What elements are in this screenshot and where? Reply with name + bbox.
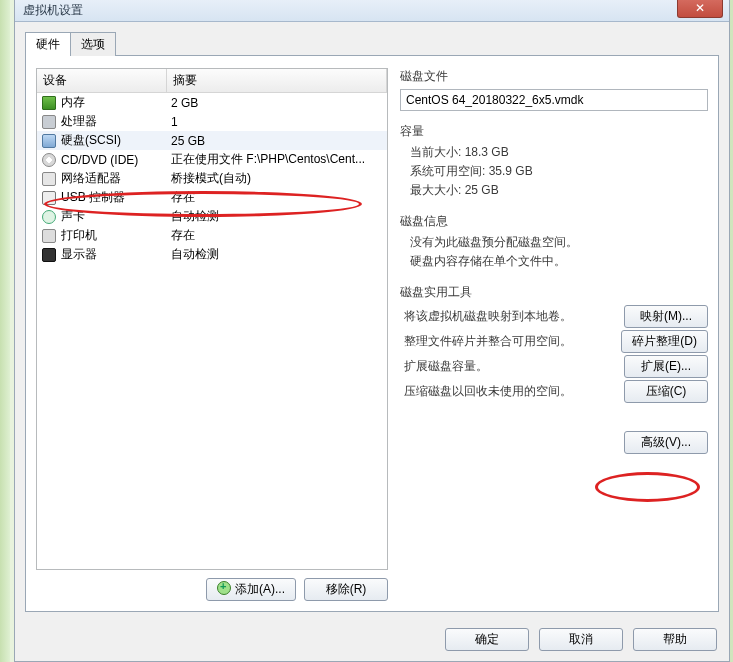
tool-row-expand: 扩展磁盘容量。 扩展(E)... (404, 355, 708, 378)
device-name-cell: 声卡 (61, 208, 171, 225)
group-disk-info: 磁盘信息 没有为此磁盘预分配磁盘空间。 硬盘内容存储在单个文件中。 (400, 213, 708, 272)
device-name-cell: 显示器 (61, 246, 171, 263)
device-icon (41, 190, 57, 206)
device-list[interactable]: 设备 摘要 内存2 GB处理器1硬盘(SCSI)25 GBCD/DVD (IDE… (36, 68, 388, 570)
disk-info-line1: 没有为此磁盘预分配磁盘空间。 (410, 234, 708, 251)
device-name-cell: 内存 (61, 94, 171, 111)
device-icon (41, 114, 57, 130)
titlebar: 虚拟机设置 ✕ (15, 0, 729, 22)
add-device-button[interactable]: 添加(A)... (206, 578, 296, 601)
tab-options[interactable]: 选项 (70, 32, 116, 56)
device-summary-cell: 正在使用文件 F:\PHP\Centos\Cent... (171, 151, 387, 168)
add-icon (217, 581, 231, 595)
compact-button[interactable]: 压缩(C) (624, 380, 708, 403)
tool-desc-expand: 扩展磁盘容量。 (404, 358, 624, 375)
tool-row-compact: 压缩磁盘以回收未使用的空间。 压缩(C) (404, 380, 708, 403)
device-icon (41, 152, 57, 168)
col-header-summary[interactable]: 摘要 (167, 69, 387, 92)
left-buttons: 添加(A)... 移除(R) (36, 578, 388, 601)
device-icon (41, 209, 57, 225)
group-disk-file: 磁盘文件 (400, 68, 708, 111)
device-icon (41, 133, 57, 149)
device-row[interactable]: 硬盘(SCSI)25 GB (37, 131, 387, 150)
device-summary-cell: 自动检测 (171, 208, 387, 225)
vm-settings-window: 虚拟机设置 ✕ 硬件 选项 设备 摘要 内存2 GB处理器1硬盘(SCSI)25… (14, 0, 730, 662)
capacity-max: 最大大小: 25 GB (410, 182, 708, 199)
device-name-cell: USB 控制器 (61, 189, 171, 206)
device-icon (41, 171, 57, 187)
device-summary-cell: 2 GB (171, 96, 387, 110)
tool-row-map: 将该虚拟机磁盘映射到本地卷。 映射(M)... (404, 305, 708, 328)
disk-file-input[interactable] (400, 89, 708, 111)
tab-panel-hardware: 设备 摘要 内存2 GB处理器1硬盘(SCSI)25 GBCD/DVD (IDE… (25, 55, 719, 612)
tool-row-defrag: 整理文件碎片并整合可用空间。 碎片整理(D) (404, 330, 708, 353)
annotation-ellipse-button (595, 472, 700, 502)
expand-button[interactable]: 扩展(E)... (624, 355, 708, 378)
device-icon (41, 95, 57, 111)
device-icon (41, 247, 57, 263)
group-title-disk-file: 磁盘文件 (400, 68, 708, 85)
device-row[interactable]: 打印机存在 (37, 226, 387, 245)
device-name-cell: 硬盘(SCSI) (61, 132, 171, 149)
tool-desc-map: 将该虚拟机磁盘映射到本地卷。 (404, 308, 624, 325)
window-title: 虚拟机设置 (23, 2, 83, 19)
device-row[interactable]: USB 控制器存在 (37, 188, 387, 207)
dialog-body: 硬件 选项 设备 摘要 内存2 GB处理器1硬盘(SCSI)25 GBCD/DV… (15, 22, 729, 620)
device-row[interactable]: 显示器自动检测 (37, 245, 387, 264)
group-capacity: 容量 当前大小: 18.3 GB 系统可用空间: 35.9 GB 最大大小: 2… (400, 123, 708, 201)
defrag-button[interactable]: 碎片整理(D) (621, 330, 708, 353)
right-pane: 磁盘文件 容量 当前大小: 18.3 GB 系统可用空间: 35.9 GB 最大… (400, 68, 708, 601)
group-title-disk-info: 磁盘信息 (400, 213, 708, 230)
capacity-sysfree: 系统可用空间: 35.9 GB (410, 163, 708, 180)
device-row[interactable]: 内存2 GB (37, 93, 387, 112)
device-summary-cell: 桥接模式(自动) (171, 170, 387, 187)
device-name-cell: 网络适配器 (61, 170, 171, 187)
device-row[interactable]: 处理器1 (37, 112, 387, 131)
device-name-cell: CD/DVD (IDE) (61, 153, 171, 167)
add-device-label: 添加(A)... (235, 581, 285, 598)
dialog-footer: 确定 取消 帮助 (15, 620, 729, 661)
map-button[interactable]: 映射(M)... (624, 305, 708, 328)
disk-info-line2: 硬盘内容存储在单个文件中。 (410, 253, 708, 270)
ok-button[interactable]: 确定 (445, 628, 529, 651)
left-pane: 设备 摘要 内存2 GB处理器1硬盘(SCSI)25 GBCD/DVD (IDE… (36, 68, 388, 601)
remove-device-button[interactable]: 移除(R) (304, 578, 388, 601)
tab-hardware[interactable]: 硬件 (25, 32, 71, 56)
tool-desc-compact: 压缩磁盘以回收未使用的空间。 (404, 383, 624, 400)
device-row[interactable]: 网络适配器桥接模式(自动) (37, 169, 387, 188)
help-button[interactable]: 帮助 (633, 628, 717, 651)
capacity-current: 当前大小: 18.3 GB (410, 144, 708, 161)
device-name-cell: 处理器 (61, 113, 171, 130)
device-name-cell: 打印机 (61, 227, 171, 244)
close-icon: ✕ (695, 1, 705, 15)
device-summary-cell: 存在 (171, 189, 387, 206)
close-button[interactable]: ✕ (677, 0, 723, 18)
device-summary-cell: 1 (171, 115, 387, 129)
tabs: 硬件 选项 (25, 32, 719, 56)
device-icon (41, 228, 57, 244)
advanced-row: 高级(V)... (400, 431, 708, 454)
tool-desc-defrag: 整理文件碎片并整合可用空间。 (404, 333, 621, 350)
group-title-capacity: 容量 (400, 123, 708, 140)
device-summary-cell: 自动检测 (171, 246, 387, 263)
device-row[interactable]: 声卡自动检测 (37, 207, 387, 226)
group-title-disk-tools: 磁盘实用工具 (400, 284, 708, 301)
cancel-button[interactable]: 取消 (539, 628, 623, 651)
device-summary-cell: 25 GB (171, 134, 387, 148)
device-summary-cell: 存在 (171, 227, 387, 244)
group-disk-tools: 磁盘实用工具 将该虚拟机磁盘映射到本地卷。 映射(M)... 整理文件碎片并整合… (400, 284, 708, 405)
col-header-device[interactable]: 设备 (37, 69, 167, 92)
device-row[interactable]: CD/DVD (IDE)正在使用文件 F:\PHP\Centos\Cent... (37, 150, 387, 169)
advanced-button[interactable]: 高级(V)... (624, 431, 708, 454)
list-header: 设备 摘要 (37, 69, 387, 93)
